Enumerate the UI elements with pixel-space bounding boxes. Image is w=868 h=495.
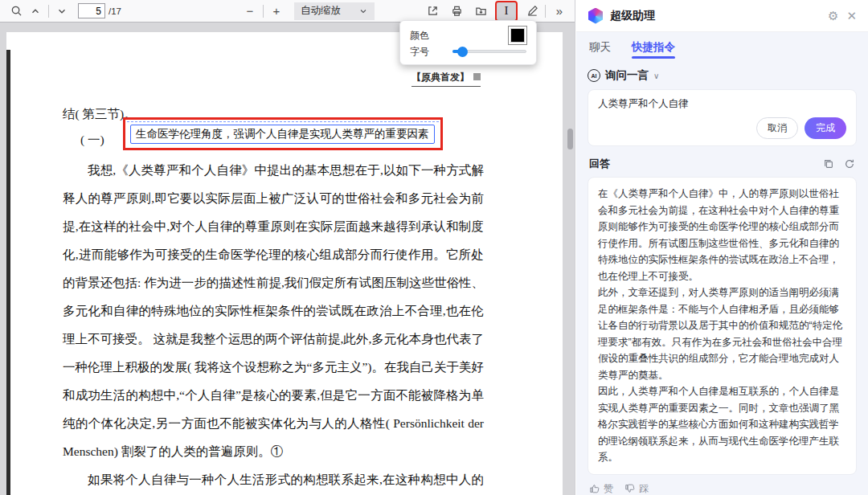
color-swatch[interactable]: [509, 27, 526, 44]
document-page: 【原典首发】 结( 第三节)。 ( 一) 生命医学伦理角度，强调个人自律是实现人…: [6, 32, 563, 495]
command-name: 询问一言: [605, 68, 649, 83]
print-icon[interactable]: [447, 2, 466, 20]
thumbs-down-icon: [624, 483, 636, 494]
toolbar-divider: [48, 5, 49, 18]
search-icon[interactable]: [6, 2, 26, 20]
assistant-panel: 超级助理 ⚙ ✕ 聊天 快捷指令 AI 询问一言 ∨ 人类尊严和个人自律 取消 …: [576, 0, 868, 495]
open-external-icon[interactable]: [423, 2, 442, 20]
thumbs-up-icon: [589, 483, 600, 494]
chevron-down-icon: [358, 6, 368, 16]
done-button[interactable]: 完成: [805, 117, 846, 139]
document-body: 我想,《人类尊严和个人自律》中提出的基本思想在于,以如下一种方式解释人的尊严原则…: [63, 156, 484, 495]
pdf-toolbar: /17 − + 自动缩放 I »: [0, 0, 575, 22]
page-total-label: /17: [108, 6, 121, 16]
answer-paragraph: 此外，文章还提到，对人类尊严原则的适当阐明必须满足的框架条件是：不能与个人自律相…: [598, 284, 846, 383]
scrollbar-thumb[interactable]: [567, 129, 573, 149]
tab-quick-commands[interactable]: 快捷指令: [632, 32, 675, 62]
font-size-slider[interactable]: [452, 47, 526, 56]
panel-close-icon[interactable]: ✕: [846, 9, 857, 23]
ai-circle-icon: AI: [588, 69, 600, 82]
tab-chat[interactable]: 聊天: [589, 32, 611, 62]
document-paragraph: 我想,《人类尊严和个人自律》中提出的基本思想在于,以如下一种方式解释人的尊严原则…: [63, 156, 484, 465]
assistant-title: 超级助理: [610, 9, 655, 23]
page-up-icon[interactable]: [26, 2, 45, 20]
dislike-button[interactable]: 踩: [624, 482, 649, 495]
zoom-in-icon[interactable]: +: [267, 2, 286, 20]
pdf-viewer: /17 − + 自动缩放 I » 颜色 字号: [0, 0, 575, 495]
text-tool-button[interactable]: I: [497, 2, 516, 20]
section-marker: ( 一): [80, 132, 104, 149]
command-selector[interactable]: AI 询问一言 ∨: [588, 68, 857, 83]
assistant-logo-icon: [588, 8, 604, 24]
draw-tool-icon[interactable]: [522, 2, 542, 20]
watermark-square: [473, 73, 481, 80]
zoom-mode-select[interactable]: 自动缩放: [294, 2, 375, 20]
document-paragraph: 如果将个人自律与一种个人生活形式的构想联系起来,在这种构想中人的身体性和社会性乃…: [63, 465, 484, 495]
text-style-popup: 颜色 字号: [399, 20, 537, 65]
copy-icon[interactable]: [823, 158, 834, 170]
watermark: 【原典首发】: [411, 71, 481, 87]
save-icon[interactable]: [471, 2, 490, 20]
annotation-selection-outline: [127, 121, 439, 146]
slider-thumb[interactable]: [457, 47, 468, 57]
chevron-down-icon: ∨: [653, 72, 659, 80]
refresh-icon[interactable]: [844, 158, 855, 170]
color-label: 颜色: [410, 29, 429, 43]
like-button[interactable]: 赞: [589, 482, 613, 495]
annotation-highlight-box[interactable]: 生命医学伦理角度，强调个人自律是实现人类尊严的重要因素: [123, 117, 443, 150]
font-size-label: 字号: [410, 45, 429, 59]
toolbar-divider: [263, 5, 264, 18]
page-scan-edge: [6, 50, 10, 495]
cancel-button[interactable]: 取消: [756, 117, 798, 139]
answer-label: 回答: [589, 157, 610, 171]
query-card: 人类尊严和个人自律 取消 完成: [588, 89, 857, 146]
settings-gear-icon[interactable]: ⚙: [828, 9, 838, 23]
feedback-row: 赞 踩: [589, 482, 855, 495]
assistant-header: 超级助理 ⚙ ✕: [576, 0, 868, 32]
answer-paragraph: 在《人类尊严和个人自律》中，人的尊严原则以世俗社会和多元社会为前提，在这种社会中…: [598, 186, 846, 284]
query-text[interactable]: 人类尊严和个人自律: [598, 97, 846, 111]
zoom-mode-value: 自动缩放: [301, 4, 341, 18]
answer-card: 在《人类尊严和个人自律》中，人的尊严原则以世俗社会和多元社会为前提，在这种社会中…: [588, 177, 857, 475]
pdf-scrollbar[interactable]: [567, 26, 574, 495]
answer-paragraph: 因此，人类尊严和个人自律是相互联系的，个人自律是实现人类尊严的重要因素之一。同时…: [598, 383, 846, 466]
assistant-tabs: 聊天 快捷指令: [576, 32, 868, 62]
toolbar-divider: [545, 5, 546, 18]
page-number-input[interactable]: [78, 3, 105, 18]
more-tools-icon[interactable]: »: [549, 2, 568, 20]
page-down-icon[interactable]: [52, 2, 72, 20]
zoom-out-icon[interactable]: −: [240, 2, 260, 20]
